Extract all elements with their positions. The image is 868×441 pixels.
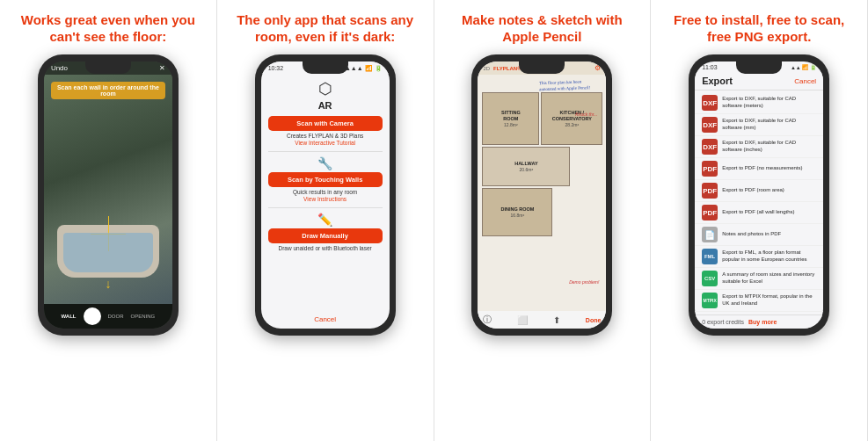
export-list: DXF Export to DXF, suitable for CAD soft… bbox=[695, 90, 823, 314]
status-icons: ▲▲▲ 📶 🔋 bbox=[345, 65, 383, 72]
arrow-icon: ↓ bbox=[105, 277, 111, 291]
status-icons-4: ▲▲ 📶 🔋 bbox=[791, 64, 816, 70]
panel-1: Works great even when you can't see the … bbox=[0, 0, 217, 441]
export-dxf-inches[interactable]: DXF Export to DXF, suitable for CAD soft… bbox=[695, 136, 823, 158]
export-pdf-nomeas[interactable]: PDF Export to PDF (no measurements) bbox=[695, 158, 823, 180]
phone-3-bottombar: ⓘ ⬜ ⬆ Done bbox=[478, 311, 606, 329]
dining-room-size: 16.8m² bbox=[511, 213, 525, 218]
dining-room-label: DINING ROOM bbox=[500, 206, 534, 213]
cancel-button[interactable]: Cancel bbox=[261, 310, 390, 329]
phone-1-screen: Undo ✕ Scan each wall in order around th… bbox=[44, 61, 172, 329]
export-notes-text: Notes and photos in PDF bbox=[722, 231, 781, 238]
export-pdf-area[interactable]: PDF Export to PDF (room area) bbox=[695, 180, 823, 202]
phone-2: 10:32 ▲▲▲ 📶 🔋 ⬡ AR Scan with Camera Crea… bbox=[255, 54, 396, 336]
phone-1: Undo ✕ Scan each wall in order around th… bbox=[38, 54, 179, 336]
phone-2-notch bbox=[303, 61, 348, 74]
mtx-icon: MTPIX bbox=[702, 293, 718, 308]
tab-door[interactable]: DOOR bbox=[108, 314, 124, 319]
draw-manual-desc: Draw unaided or with Bluetooth laser bbox=[279, 245, 372, 251]
camera-view: Scan each wall in order around the room … bbox=[44, 75, 172, 304]
done-button[interactable]: Done bbox=[586, 317, 602, 323]
hallway-room: HALLWAY 20.6m² bbox=[482, 147, 570, 186]
export-csv[interactable]: CSV A summary of room sizes and inventor… bbox=[695, 268, 823, 290]
csv-icon: CSV bbox=[702, 271, 718, 286]
knock-annotation: Knock thr... bbox=[575, 112, 597, 117]
pdf-icon-2: PDF bbox=[702, 183, 718, 199]
tab-2d[interactable]: 2D bbox=[483, 66, 490, 71]
export-dxf-mm[interactable]: DXF Export to DXF, suitable for CAD soft… bbox=[695, 114, 823, 136]
scan-camera-desc: Creates FLYPLAN & 3D Plans bbox=[287, 133, 363, 139]
info-icon[interactable]: ⓘ bbox=[483, 314, 492, 326]
panel-2: The only app that scans any room, even i… bbox=[217, 0, 434, 441]
apple-pencil-annotation: This floor plan has beenannotated with A… bbox=[539, 79, 601, 92]
pdf-icon-1: PDF bbox=[702, 161, 718, 177]
export-mtpix-text: Export to MTPIX format, popular in the U… bbox=[722, 293, 816, 307]
export-pdf-walls-text: Export to PDF (all wall lengths) bbox=[722, 209, 794, 216]
kitchen-room: KITCHEN /CONSERVATORY 28.2m² bbox=[541, 92, 602, 145]
notes-icon: 📄 bbox=[702, 227, 718, 242]
scan-camera-button[interactable]: Scan with Camera bbox=[268, 116, 383, 131]
export-notes[interactable]: 📄 Notes and photos in PDF bbox=[695, 224, 823, 246]
dxf-icon-3: DXF bbox=[702, 139, 718, 155]
panel-3-title: Make notes & sketch with Apple Pencil bbox=[443, 12, 642, 46]
panel-2-title: The only app that scans any room, even i… bbox=[226, 12, 425, 46]
demo-annotation: Demo problem! bbox=[569, 279, 599, 285]
sitting-room-label: SITTINGROOM bbox=[501, 110, 521, 121]
scan-instruction: Scan each wall in order around the room bbox=[51, 82, 165, 99]
floorplan-view[interactable]: SITTINGROOM 12.8m² KITCHEN /CONSERVATORY… bbox=[478, 75, 606, 311]
scan-camera-link[interactable]: View Interactive Tutorial bbox=[295, 140, 355, 146]
dxf-icon-1: DXF bbox=[702, 95, 718, 111]
pdf-icon-3: PDF bbox=[702, 205, 718, 220]
buy-more-link[interactable]: Buy more bbox=[748, 319, 777, 325]
share-icon[interactable]: ⬜ bbox=[517, 315, 528, 325]
hallway-room-label: HALLWAY bbox=[514, 161, 537, 167]
panel-4-title: Free to install, free to scan, free PNG … bbox=[660, 12, 858, 46]
panel-1-title: Works great even when you can't see the … bbox=[9, 12, 208, 46]
undo-label[interactable]: Undo bbox=[51, 64, 68, 72]
export-title: Export bbox=[702, 76, 733, 86]
kitchen-room-size: 28.2m² bbox=[565, 122, 580, 127]
wrench-icon: 🔧 bbox=[317, 156, 332, 170]
sitting-room-size: 12.8m² bbox=[504, 122, 518, 127]
phone-3: 2D FLYPLAN® 3D ⚙ SITTINGROOM 12.8m² KITC… bbox=[471, 54, 612, 336]
fml-icon: FML bbox=[702, 249, 718, 264]
export-pdf-area-text: Export to PDF (room area) bbox=[722, 187, 784, 194]
scan-walls-link[interactable]: View Instructions bbox=[303, 196, 346, 202]
tab-flyplan[interactable]: FLYPLAN® bbox=[493, 66, 522, 71]
phone-2-screen: 10:32 ▲▲▲ 📶 🔋 ⬡ AR Scan with Camera Crea… bbox=[261, 61, 390, 329]
phone-4-notch bbox=[736, 61, 782, 74]
time-label-4: 11:03 bbox=[702, 64, 718, 70]
export-mtpix[interactable]: MTPIX Export to MTPIX format, popular in… bbox=[695, 290, 823, 312]
phone-1-notch bbox=[85, 61, 131, 74]
sitting-room: SITTINGROOM 12.8m² bbox=[482, 92, 539, 145]
time-label: 10:32 bbox=[268, 65, 284, 72]
export-dxf-meters-text: Export to DXF, suitable for CAD software… bbox=[722, 96, 816, 110]
phone-4: 11:03 ▲▲ 📶 🔋 Export Cancel DXF Export to… bbox=[689, 54, 829, 336]
hallway-room-size: 20.6m² bbox=[520, 167, 534, 172]
close-icon[interactable]: ✕ bbox=[159, 64, 165, 72]
tab-opening[interactable]: OPENING bbox=[131, 314, 156, 319]
shutter-button[interactable] bbox=[84, 307, 101, 325]
tab-wall[interactable]: WALL bbox=[62, 314, 77, 319]
export-icon[interactable]: ⬆ bbox=[553, 315, 560, 325]
ar-title: AR bbox=[318, 100, 332, 111]
export-header: Export Cancel bbox=[695, 72, 823, 90]
properties-icon[interactable]: ⚙ bbox=[594, 64, 601, 72]
divider-1 bbox=[268, 151, 383, 152]
export-pdf-walls[interactable]: PDF Export to PDF (all wall lengths) bbox=[695, 202, 823, 224]
export-dxf-inches-text: Export to DXF, suitable for CAD software… bbox=[722, 140, 816, 154]
credits-label: 0 export credits bbox=[702, 319, 744, 325]
bottom-bar: WALL DOOR OPENING bbox=[44, 304, 172, 329]
scan-walls-desc: Quick results in any room bbox=[293, 189, 357, 195]
draw-manual-button[interactable]: Draw Manually bbox=[268, 228, 383, 243]
ar-options: ⬡ AR Scan with Camera Creates FLYPLAN & … bbox=[261, 74, 390, 310]
crosshair-icon bbox=[91, 216, 126, 251]
pencil-icon: ✏️ bbox=[317, 213, 332, 227]
dining-room: DINING ROOM 16.8m² bbox=[482, 188, 552, 236]
export-cancel-button[interactable]: Cancel bbox=[794, 77, 816, 85]
export-dxf-meters[interactable]: DXF Export to DXF, suitable for CAD soft… bbox=[695, 92, 823, 114]
export-fml[interactable]: FML Export to FML, a floor plan format p… bbox=[695, 246, 823, 268]
export-csv-text: A summary of room sizes and inventory su… bbox=[722, 271, 816, 286]
export-footer: 0 export credits Buy more bbox=[695, 314, 823, 329]
scan-walls-button[interactable]: Scan by Touching Walls bbox=[268, 172, 383, 187]
